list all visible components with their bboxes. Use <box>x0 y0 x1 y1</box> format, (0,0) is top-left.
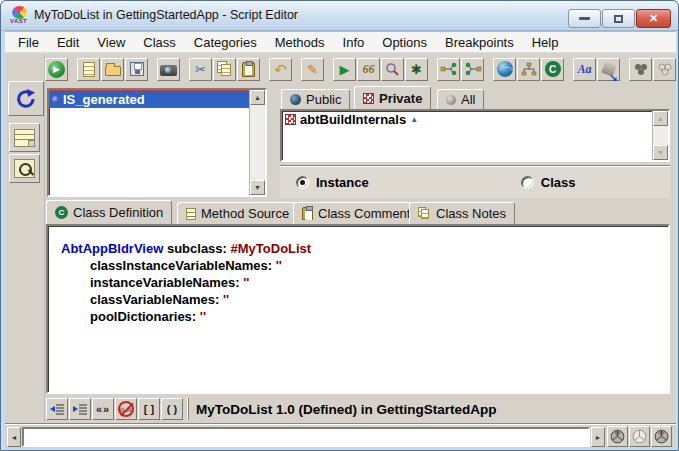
tab-all-label: All <box>461 92 475 107</box>
parts-scrollbar[interactable]: ▲ ▼ <box>249 90 265 195</box>
script-editor-window: VAST MyToDoList in GettingStartedApp - S… <box>0 0 679 451</box>
magnifier-icon <box>385 62 400 77</box>
menu-help[interactable]: Help <box>523 33 568 52</box>
process-lamp-button[interactable] <box>629 426 650 447</box>
tab-class-definition[interactable]: C Class Definition <box>46 200 172 224</box>
outdent-icon <box>50 403 65 415</box>
menu-view[interactable]: View <box>88 33 134 52</box>
message-scroll-right-button[interactable]: ► <box>591 427 605 447</box>
menu-file[interactable]: File <box>9 33 48 52</box>
connection-in-icon <box>464 62 482 76</box>
menu-class[interactable]: Class <box>134 33 185 52</box>
list-item[interactable]: IS_generated <box>49 90 265 108</box>
camera-icon <box>160 65 177 76</box>
open-button[interactable] <box>101 58 124 81</box>
maximize-button[interactable] <box>602 9 635 28</box>
tab-class-notes[interactable]: Class Notes <box>409 202 515 224</box>
minimize-button[interactable] <box>568 9 601 28</box>
edit-pen-button[interactable]: ✎ <box>301 58 324 81</box>
title-bar[interactable]: VAST MyToDoList in GettingStartedApp - S… <box>1 1 678 31</box>
connect-to-button[interactable] <box>461 58 484 81</box>
menu-breakpoints[interactable]: Breakpoints <box>436 33 523 52</box>
cut-button[interactable]: ✂ <box>189 58 212 81</box>
scroll-down-button[interactable]: ▼ <box>250 180 265 195</box>
ungroup-button[interactable] <box>653 58 676 81</box>
categories-list[interactable]: abtBuildInternals ▲ ▲ ▼ <box>280 109 670 162</box>
scroll-up-button[interactable]: ▲ <box>653 111 668 126</box>
arrow-up-icon: ▲ <box>254 94 261 101</box>
menu-methods[interactable]: Methods <box>266 33 334 52</box>
tab-class-comment[interactable]: Class Comment <box>293 202 419 224</box>
menu-categories[interactable]: Categories <box>185 33 266 52</box>
browse-senders-button[interactable]: 66 <box>357 58 380 81</box>
radio-unselected-icon <box>521 176 534 189</box>
class-radio[interactable]: Class <box>521 175 576 190</box>
close-button[interactable]: ✕ <box>636 9 671 28</box>
left-tool-strip <box>5 54 45 423</box>
arrow-left-icon: ◄ <box>11 434 18 441</box>
indent-button[interactable] <box>69 398 91 420</box>
process-lamp-button[interactable] <box>607 426 628 447</box>
menu-edit[interactable]: Edit <box>48 33 88 52</box>
list-item[interactable]: abtBuildInternals ▲ <box>282 111 668 128</box>
font-icon: Aa <box>577 62 591 77</box>
snapshot-button[interactable] <box>157 58 180 81</box>
tab-method-source-label: Method Source <box>201 206 289 221</box>
code-editor[interactable]: AbtAppBldrView subclass: #MyToDoList cla… <box>46 224 670 394</box>
parts-list[interactable]: IS_generated ▲ ▼ <box>47 88 267 197</box>
message-scroll-left-button[interactable]: ◄ <box>7 427 21 447</box>
format-button[interactable]: ↘ <box>597 58 620 81</box>
search-button[interactable] <box>381 58 404 81</box>
menu-info[interactable]: Info <box>334 33 374 52</box>
class-comment-icon <box>302 207 313 220</box>
new-button[interactable] <box>77 58 100 81</box>
vast-icon-caption: VAST <box>10 18 27 24</box>
inspect-button[interactable] <box>9 154 40 183</box>
tab-all[interactable]: All <box>437 89 484 109</box>
categories-scrollbar[interactable]: ▲ ▼ <box>652 111 668 160</box>
scroll-up-button[interactable]: ▲ <box>250 90 265 105</box>
hierarchy-button[interactable] <box>517 58 540 81</box>
process-lamp-button[interactable] <box>651 426 672 447</box>
tab-private[interactable]: Private <box>354 86 431 109</box>
save-button[interactable] <box>125 58 148 81</box>
tab-public[interactable]: Public <box>281 89 350 109</box>
private-icon <box>363 93 374 104</box>
brackets-button[interactable]: [ ] <box>138 398 160 420</box>
message-bar: ◄ ► <box>5 426 676 448</box>
connect-from-button[interactable] <box>437 58 460 81</box>
paste-button[interactable] <box>237 58 260 81</box>
message-field[interactable] <box>22 427 590 447</box>
sort-triangle-icon: ▲ <box>410 116 418 124</box>
scroll-down-button[interactable]: ▼ <box>653 145 668 160</box>
debug-button[interactable]: ✱ <box>405 58 428 81</box>
run-button[interactable]: ▶ <box>333 58 356 81</box>
undo-button[interactable]: ↶ <box>269 58 292 81</box>
script-note-icon <box>14 129 35 147</box>
instance-radio[interactable]: Instance <box>296 175 369 190</box>
group-button[interactable] <box>629 58 652 81</box>
tab-class-comment-label: Class Comment <box>318 206 410 221</box>
tab-method-source[interactable]: Method Source <box>177 202 298 224</box>
reload-class-button[interactable]: C <box>541 58 564 81</box>
outdent-button[interactable] <box>46 398 68 420</box>
refresh-view-button[interactable] <box>8 81 44 116</box>
execute-button[interactable]: ▶ <box>45 58 68 81</box>
parentheses-button[interactable]: ( ) <box>161 398 183 420</box>
comment-button[interactable]: «» <box>92 398 114 420</box>
copy-button[interactable] <box>213 58 236 81</box>
class-notes-icon <box>418 207 431 220</box>
class-definition-code: AbtAppBldrView subclass: #MyToDoList cla… <box>48 226 668 325</box>
arrow-down-icon: ▼ <box>657 149 664 156</box>
class-label: Class <box>541 175 576 190</box>
arrow-right-icon: ► <box>595 434 602 441</box>
web-button[interactable] <box>493 58 516 81</box>
script-button[interactable] <box>9 123 40 152</box>
class-definition-icon: C <box>55 206 68 219</box>
font-button[interactable]: Aa <box>573 58 596 81</box>
inspect-magnifier-icon <box>14 159 35 178</box>
parentheses-icon: ( ) <box>167 403 177 415</box>
menu-options[interactable]: Options <box>373 33 436 52</box>
uncomment-button[interactable]: «» <box>115 398 137 420</box>
new-document-icon <box>83 62 95 77</box>
